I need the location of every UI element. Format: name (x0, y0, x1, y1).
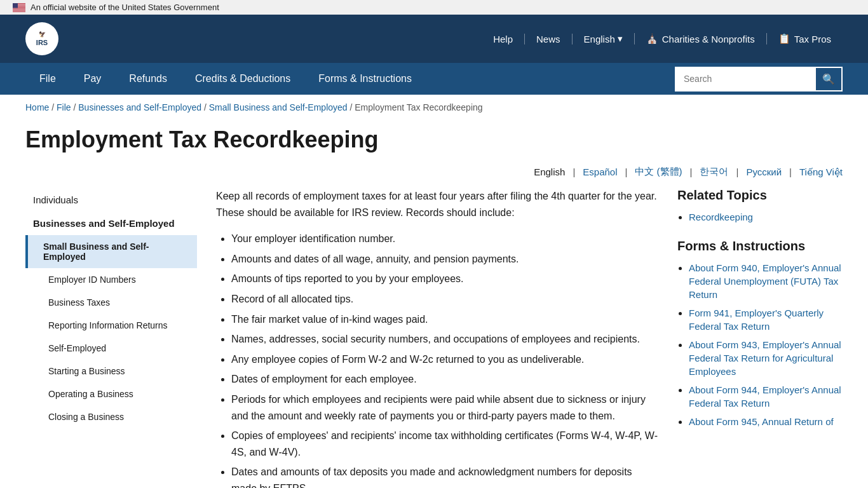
list-item: Amounts and dates of all wage, annuity, … (231, 251, 658, 268)
gov-banner-text: An official website of the United States… (31, 3, 219, 12)
svg-rect-13 (13, 3, 18, 8)
form-940-link[interactable]: About Form 940, Employer's Annual Federa… (689, 262, 841, 300)
logo-area: 🦅 IRS (25, 22, 58, 55)
list-item: About Form 945, Annual Return of (689, 415, 843, 428)
breadcrumb-small-business[interactable]: Small Business and Self-Employed (209, 102, 348, 112)
list-item: Recordkeeping (689, 210, 843, 224)
list-item: Record of all allocated tips. (231, 291, 658, 308)
sidebar-item-operating[interactable]: Operating a Business (25, 383, 197, 405)
sidebar-item-starting[interactable]: Starting a Business (25, 360, 197, 383)
charities-icon: ⛪ (646, 33, 658, 44)
search-wrapper: 🔍 (675, 67, 843, 92)
news-link[interactable]: News (525, 34, 573, 44)
forms-list: About Form 940, Employer's Annual Federa… (689, 261, 843, 428)
svg-rect-11 (13, 10, 25, 11)
gov-banner: An official website of the United States… (0, 0, 868, 15)
lang-vietnamese[interactable]: Tiếng Việt (799, 166, 843, 178)
charities-link[interactable]: ⛪ Charities & Nonprofits (635, 33, 767, 44)
irs-logo-icon: 🦅 IRS (25, 22, 58, 55)
list-item: About Form 943, Employer's Annual Federa… (689, 338, 843, 378)
header-nav: Help News English ▾ ⛪ Charities & Nonpro… (482, 33, 843, 44)
taxpros-link[interactable]: 📋 Tax Pros (767, 33, 843, 44)
list-item: The fair market value of in-kind wages p… (231, 311, 658, 328)
svg-rect-12 (13, 11, 25, 11)
right-sidebar: Related Topics Recordkeeping Forms & Ins… (677, 188, 843, 488)
lang-english[interactable]: English (534, 166, 565, 177)
svg-rect-8 (13, 8, 25, 9)
main-nav: File Pay Refunds Credits & Deductions Fo… (0, 63, 868, 95)
list-item: Your employer identification number. (231, 231, 658, 247)
list-item: Amounts of tips reported to you by your … (231, 271, 658, 287)
list-item: About Form 940, Employer's Annual Federa… (689, 261, 843, 301)
nav-credits[interactable]: Credits & Deductions (181, 63, 304, 95)
sidebar-item-reporting[interactable]: Reporting Information Returns (25, 314, 197, 337)
recordkeeping-link[interactable]: Recordkeeping (689, 212, 753, 222)
sidebar-item-self-employed[interactable]: Self-Employed (25, 337, 197, 360)
list-item: Copies of employees' and recipients' inc… (231, 428, 658, 460)
nav-pay[interactable]: Pay (70, 63, 116, 95)
svg-rect-9 (13, 9, 25, 10)
lang-chinese[interactable]: 中文 (繁體) (635, 166, 682, 178)
sidebar-item-employer-id[interactable]: Employer ID Numbers (25, 268, 197, 291)
forms-instructions-title: Forms & Instructions (677, 239, 843, 254)
content-wrapper: Individuals Businesses and Self-Employed… (0, 188, 868, 488)
breadcrumb-home[interactable]: Home (25, 102, 49, 112)
sidebar-item-individuals[interactable]: Individuals (25, 188, 197, 212)
list-item: Form 941, Employer's Quarterly Federal T… (689, 306, 843, 333)
list-item: Dates and amounts of tax deposits you ma… (231, 464, 658, 488)
form-944-link[interactable]: About Form 944, Employer's Annual Federa… (689, 384, 841, 409)
lang-russian[interactable]: Русский (746, 166, 782, 177)
related-topics-title: Related Topics (677, 188, 843, 203)
us-flag-icon (13, 3, 25, 12)
sidebar: Individuals Businesses and Self-Employed… (25, 188, 197, 488)
sidebar-item-business-taxes[interactable]: Business Taxes (25, 291, 197, 314)
breadcrumb-file[interactable]: File (57, 102, 71, 112)
help-link[interactable]: Help (482, 34, 525, 44)
english-lang-link[interactable]: English ▾ (573, 33, 635, 44)
form-941-link[interactable]: Form 941, Employer's Quarterly Federal T… (689, 308, 824, 332)
list-item: About Form 944, Employer's Annual Federa… (689, 383, 843, 410)
search-area: 🔍 (675, 67, 843, 92)
sidebar-item-closing[interactable]: Closing a Business (25, 405, 197, 428)
list-item: Periods for which employees and recipien… (231, 391, 658, 424)
svg-rect-7 (13, 8, 25, 8)
list-item: Dates of employment for each employee. (231, 371, 658, 388)
related-topics-list: Recordkeeping (689, 210, 843, 224)
taxpros-icon: 📋 (778, 33, 790, 44)
sidebar-item-small-business[interactable]: Small Business and Self-Employed (25, 235, 197, 268)
sidebar-section-individuals: Individuals (25, 188, 197, 212)
form-943-link[interactable]: About Form 943, Employer's Annual Federa… (689, 339, 841, 377)
main-article: Keep all records of employment taxes for… (216, 188, 658, 488)
form-945-link[interactable]: About Form 945, Annual Return of (689, 416, 834, 427)
page-title: Employment Tax Recordkeeping (25, 126, 843, 153)
breadcrumb-current: Employment Tax Recordkeeping (355, 102, 482, 112)
search-button[interactable]: 🔍 (816, 68, 841, 90)
page-title-area: Employment Tax Recordkeeping (0, 120, 868, 166)
breadcrumb: Home / File / Businesses and Self-Employ… (0, 95, 868, 120)
svg-text:IRS: IRS (36, 39, 48, 46)
sidebar-section-businesses: Businesses and Self-Employed Small Busin… (25, 212, 197, 428)
svg-rect-10 (13, 10, 25, 10)
lang-espanol[interactable]: Español (583, 166, 617, 177)
svg-text:🦅: 🦅 (39, 30, 46, 38)
nav-refunds[interactable]: Refunds (115, 63, 181, 95)
list-item: Any employee copies of Form W-2 and W-2c… (231, 351, 658, 368)
content-list: Your employer identification number. Amo… (231, 231, 658, 488)
sidebar-item-businesses[interactable]: Businesses and Self-Employed (25, 212, 197, 235)
nav-forms[interactable]: Forms & Instructions (304, 63, 426, 95)
language-selector: English | Español | 中文 (繁體) | 한국어 | Русс… (0, 166, 868, 188)
search-input[interactable] (676, 68, 816, 90)
breadcrumb-businesses[interactable]: Businesses and Self-Employed (78, 102, 201, 112)
chevron-down-icon: ▾ (618, 33, 623, 44)
nav-file[interactable]: File (25, 63, 70, 95)
list-item: Names, addresses, social security number… (231, 331, 658, 348)
intro-text: Keep all records of employment taxes for… (216, 188, 658, 220)
site-header: 🦅 IRS Help News English ▾ ⛪ Charities & … (0, 15, 868, 63)
lang-korean[interactable]: 한국어 (700, 166, 728, 178)
